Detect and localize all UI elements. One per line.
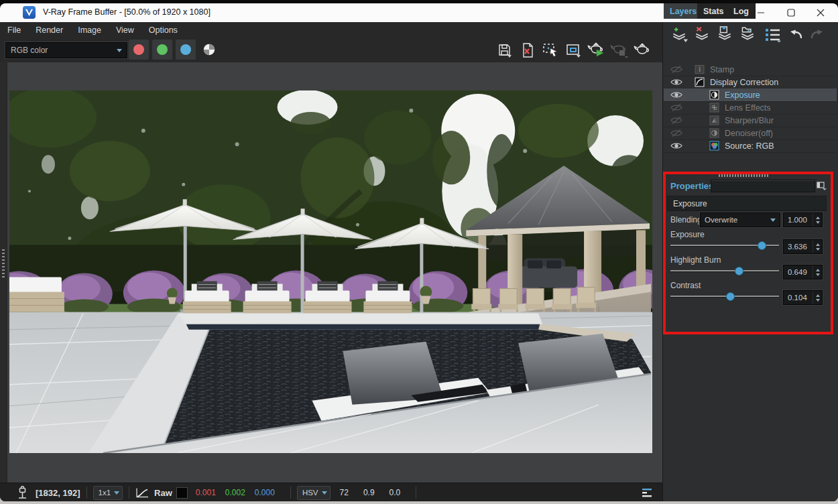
- main-toolbar: RGB color: [0, 38, 662, 63]
- exposure-slider[interactable]: [670, 241, 779, 249]
- contrast-value-spinner[interactable]: 0.104: [783, 290, 823, 305]
- pixel-probe-icon[interactable]: [17, 486, 29, 499]
- red-dot-icon: [133, 44, 144, 55]
- hsv-v-value: 0.0: [390, 488, 401, 497]
- blending-dropdown[interactable]: Overwrite: [700, 212, 780, 227]
- visibility-toggle[interactable]: [670, 65, 684, 74]
- channel-select-value: RGB color: [6, 46, 117, 55]
- properties-search-box[interactable]: [711, 180, 815, 192]
- chevron-down-icon: [117, 49, 122, 52]
- spinner-arrows[interactable]: [813, 265, 822, 279]
- exposure-icon: [709, 90, 721, 100]
- undo-button[interactable]: [786, 25, 806, 44]
- render-last-button[interactable]: [633, 41, 653, 60]
- highlight-burn-slider[interactable]: [670, 267, 779, 275]
- contrast-label: Contrast: [670, 281, 701, 290]
- spinner-arrows[interactable]: [813, 291, 822, 304]
- alpha-channel-button[interactable]: [199, 40, 219, 60]
- spinner-arrows[interactable]: [813, 240, 822, 253]
- properties-menu-icon[interactable]: [817, 181, 827, 193]
- tab-stats[interactable]: Stats: [697, 3, 731, 19]
- window-title: V-Ray Frame Buffer - [50.0% of 1920 x 10…: [43, 7, 211, 17]
- splitter-grip[interactable]: [2, 249, 5, 279]
- visibility-toggle[interactable]: [670, 116, 684, 125]
- exposure-slider-label: Exposure: [670, 230, 705, 239]
- render-image[interactable]: [9, 90, 652, 453]
- duplicate-to-host-button[interactable]: [564, 41, 584, 60]
- display-mode-label: Raw: [154, 488, 172, 498]
- visibility-toggle[interactable]: [670, 129, 684, 137]
- green-value: 0.002: [225, 488, 245, 497]
- image-viewport: [0, 62, 662, 483]
- exposure-value-spinner[interactable]: 3.636: [783, 239, 823, 254]
- layer-sharpen-blur[interactable]: Sharpen/Blur: [664, 114, 837, 127]
- start-interactive-render-button[interactable]: [587, 41, 607, 60]
- load-layer-tree-button[interactable]: [737, 25, 758, 44]
- menu-file[interactable]: File: [0, 22, 28, 38]
- visibility-toggle[interactable]: [670, 90, 684, 99]
- redo-button: [807, 25, 827, 44]
- properties-title: Properties: [670, 181, 713, 191]
- visibility-toggle[interactable]: [670, 103, 684, 112]
- tab-log[interactable]: Log: [727, 3, 756, 19]
- pixel-ratio-dropdown[interactable]: 1x1: [93, 486, 123, 500]
- green-channel-button[interactable]: [152, 40, 172, 60]
- render-region-button[interactable]: [540, 41, 560, 60]
- left-panel-strip: [0, 62, 7, 483]
- denoiser-icon: [709, 128, 721, 138]
- layer-options-button[interactable]: [763, 25, 783, 44]
- visibility-toggle[interactable]: [670, 78, 684, 86]
- layer-stamp[interactable]: Stamp: [664, 63, 837, 76]
- color-space-dropdown[interactable]: HSV: [297, 486, 331, 500]
- source-rgb-icon: [709, 141, 721, 151]
- chevron-down-icon: [770, 218, 776, 222]
- display-correction-icon: [695, 77, 706, 87]
- blending-label: Blending: [670, 215, 702, 225]
- spinner-arrows[interactable]: [813, 213, 822, 227]
- save-layer-tree-button[interactable]: [715, 25, 735, 44]
- save-image-button[interactable]: [495, 41, 515, 60]
- alpha-checker-icon: [202, 43, 216, 56]
- layer-lens-effects[interactable]: Lens Effects: [664, 101, 837, 115]
- slider-handle[interactable]: [726, 292, 735, 301]
- menu-image[interactable]: Image: [70, 22, 109, 38]
- channel-select-dropdown[interactable]: RGB color: [5, 42, 127, 58]
- layer-exposure[interactable]: Exposure: [664, 88, 837, 102]
- vray-logo-icon: [23, 6, 36, 19]
- menu-render[interactable]: Render: [28, 22, 70, 38]
- blending-amount-spinner[interactable]: 1.000: [783, 212, 823, 227]
- properties-panel-grip[interactable]: [719, 174, 770, 177]
- highlight-burn-label: Highlight Burn: [670, 255, 721, 265]
- sharpen-blur-icon: [709, 115, 721, 125]
- blue-dot-icon: [180, 44, 191, 55]
- slider-handle[interactable]: [758, 241, 766, 250]
- layer-display-correction[interactable]: Display Correction: [664, 76, 837, 89]
- create-layer-button[interactable]: [669, 25, 689, 44]
- blue-channel-button[interactable]: [176, 40, 196, 60]
- vray-frame-buffer-window: V-Ray Frame Buffer - [50.0% of 1920 x 10…: [0, 3, 838, 501]
- display-curve-icon[interactable]: [135, 487, 149, 499]
- layer-source-rgb[interactable]: Source: RGB: [664, 139, 837, 153]
- maximize-button[interactable]: [778, 3, 804, 22]
- delete-layer-button[interactable]: [692, 25, 712, 44]
- sampled-color-swatch: [176, 487, 188, 499]
- status-bar: [1832, 192] 1x1 Raw 0.001 0.002 0.000 HS…: [0, 483, 662, 501]
- red-value: 0.001: [196, 488, 216, 497]
- blue-value: 0.000: [255, 488, 275, 497]
- close-button[interactable]: [807, 3, 834, 22]
- log-messages-icon[interactable]: [642, 489, 653, 497]
- red-channel-button[interactable]: [129, 40, 149, 60]
- exposure-section-header[interactable]: Exposure: [667, 196, 827, 211]
- lens-effects-icon: [709, 103, 721, 113]
- layer-denoiser[interactable]: Denoiser(off): [664, 127, 837, 140]
- stop-render-button: [609, 41, 630, 60]
- highlight-burn-value-spinner[interactable]: 0.649: [783, 265, 823, 279]
- green-dot-icon: [157, 44, 168, 55]
- menu-view[interactable]: View: [109, 22, 141, 38]
- menu-options[interactable]: Options: [141, 22, 185, 38]
- slider-handle[interactable]: [735, 267, 743, 275]
- contrast-slider[interactable]: [670, 292, 779, 300]
- clear-image-button[interactable]: [518, 41, 538, 60]
- visibility-toggle[interactable]: [670, 141, 684, 150]
- hsv-s-value: 0.9: [363, 488, 375, 497]
